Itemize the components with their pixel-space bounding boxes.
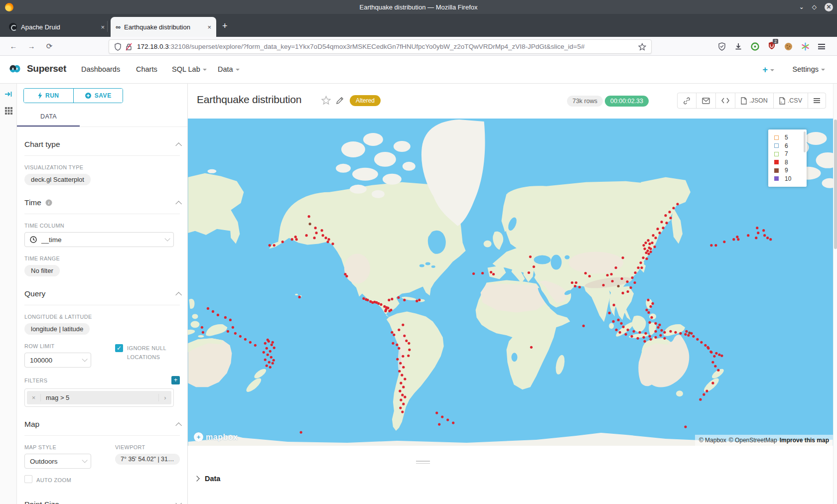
earthquake-point[interactable] xyxy=(660,329,663,332)
viz-type-value[interactable]: deck.gl Scatterplot xyxy=(24,174,91,185)
earthquake-point[interactable] xyxy=(408,349,411,351)
earthquake-point[interactable] xyxy=(402,386,405,388)
earthquake-point[interactable] xyxy=(529,255,532,258)
earthquake-point[interactable] xyxy=(305,234,308,237)
earthquake-point[interactable] xyxy=(273,359,275,362)
earthquake-point[interactable] xyxy=(404,396,406,398)
attrib-mapbox[interactable]: © Mapbox xyxy=(699,437,726,444)
earthquake-point[interactable] xyxy=(314,227,316,229)
earthquake-point[interactable] xyxy=(313,237,316,239)
save-button[interactable]: SAVE xyxy=(74,89,123,103)
legend-row[interactable]: 8 xyxy=(774,158,804,167)
earthquake-point[interactable] xyxy=(584,272,587,274)
earthquake-point[interactable] xyxy=(492,273,495,275)
earthquake-point[interactable] xyxy=(714,365,716,368)
earthquake-point[interactable] xyxy=(762,229,765,232)
expand-filter-icon[interactable]: › xyxy=(158,394,171,401)
pane-drag-handle[interactable] xyxy=(416,461,430,465)
earthquake-point[interactable] xyxy=(435,412,438,414)
earthquake-point[interactable] xyxy=(647,299,649,301)
earthquake-point[interactable] xyxy=(631,276,634,279)
earthquake-point[interactable] xyxy=(295,238,298,241)
earthquake-point[interactable] xyxy=(649,338,652,341)
bookmark-star-icon[interactable] xyxy=(638,43,646,51)
earthquake-point[interactable] xyxy=(201,326,203,329)
earthquake-point[interactable] xyxy=(441,415,443,418)
earthquake-point[interactable] xyxy=(656,228,659,230)
earthquake-point[interactable] xyxy=(227,330,229,333)
earthquake-point[interactable] xyxy=(602,284,605,286)
data-collapse-header[interactable]: Data xyxy=(195,475,220,483)
earthquake-point[interactable] xyxy=(398,370,401,373)
earthquake-point[interactable] xyxy=(418,299,420,301)
earthquake-point[interactable] xyxy=(391,298,393,300)
earthquake-point[interactable] xyxy=(648,243,651,245)
earthquake-point[interactable] xyxy=(647,239,649,242)
legend-scrollbar[interactable] xyxy=(804,131,806,152)
more-options-icon[interactable] xyxy=(808,93,826,108)
earthquake-point[interactable] xyxy=(723,241,725,243)
copy-link-button[interactable] xyxy=(678,93,697,108)
earthquake-point[interactable] xyxy=(606,274,609,276)
earthquake-point[interactable] xyxy=(679,332,682,335)
earthquake-point[interactable] xyxy=(651,242,653,244)
legend-row[interactable]: 6 xyxy=(774,142,804,150)
remove-filter-icon[interactable]: × xyxy=(27,394,41,401)
earthquake-point[interactable] xyxy=(669,330,672,333)
earthquake-point[interactable] xyxy=(634,271,637,274)
run-button[interactable]: RUN xyxy=(24,89,74,103)
legend-row[interactable]: 9 xyxy=(774,166,804,175)
earthquake-point[interactable] xyxy=(404,378,406,380)
earthquake-point[interactable] xyxy=(298,296,301,298)
earthquake-point[interactable] xyxy=(398,347,400,350)
expand-panel-icon[interactable] xyxy=(0,91,17,100)
earthquake-point[interactable] xyxy=(687,334,690,337)
earthquake-point[interactable] xyxy=(366,299,369,301)
earthquake-point[interactable] xyxy=(207,307,209,310)
earthquake-point[interactable] xyxy=(653,246,656,248)
earthquake-point[interactable] xyxy=(530,346,533,349)
time-range-value[interactable]: No filter xyxy=(24,265,60,276)
earthquake-point[interactable] xyxy=(490,271,492,273)
earthquake-point[interactable] xyxy=(320,229,323,232)
new-chart-button[interactable]: + xyxy=(762,65,774,75)
earthquake-point[interactable] xyxy=(732,238,735,241)
earthquake-point[interactable] xyxy=(637,266,640,269)
earthquake-point[interactable] xyxy=(621,277,623,280)
map-legend[interactable]: 5678910 xyxy=(768,129,807,187)
earthquake-point[interactable] xyxy=(263,351,265,354)
tab-data[interactable]: DATA xyxy=(40,113,57,120)
earthquake-point[interactable] xyxy=(300,431,302,433)
earthquake-point[interactable] xyxy=(388,310,391,312)
earthquake-point[interactable] xyxy=(769,238,772,241)
earthquake-point[interactable] xyxy=(640,261,642,264)
earthquake-point[interactable] xyxy=(232,326,234,329)
map-style-select[interactable]: Outdoors xyxy=(24,454,91,469)
mapbox-logo[interactable]: mapbox xyxy=(194,432,238,442)
earthquake-point[interactable] xyxy=(224,316,227,319)
earthquake-point[interactable] xyxy=(622,292,624,294)
earthquake-point[interactable] xyxy=(396,344,398,346)
earthquake-point[interactable] xyxy=(688,332,691,334)
url-input[interactable]: 172.18.0.3:32108/superset/explore/?form_… xyxy=(109,39,652,54)
menu-icon[interactable] xyxy=(818,43,825,51)
earthquake-point[interactable] xyxy=(270,356,273,359)
earthquake-point[interactable] xyxy=(399,362,402,365)
earthquake-point[interactable] xyxy=(452,421,454,424)
earthquake-point[interactable] xyxy=(267,354,269,356)
earthquake-point[interactable] xyxy=(747,234,749,237)
earthquake-point[interactable] xyxy=(571,281,573,284)
earthquake-point[interactable] xyxy=(711,361,714,364)
earthquake-point[interactable] xyxy=(267,339,269,341)
earthquake-point[interactable] xyxy=(710,244,712,247)
earthquake-point[interactable] xyxy=(645,309,648,311)
earthquake-point[interactable] xyxy=(281,241,284,243)
cookie-icon[interactable] xyxy=(784,42,793,51)
earthquake-point[interactable] xyxy=(588,275,591,277)
earthquake-point[interactable] xyxy=(659,334,662,337)
earthquake-point[interactable] xyxy=(630,286,632,289)
viewport-value[interactable]: 7° 35' 54.02" | 31… xyxy=(115,454,180,465)
attrib-improve-link[interactable]: Improve this map xyxy=(780,437,829,444)
earthquake-point[interactable] xyxy=(294,236,297,238)
pocket-shield-icon[interactable] xyxy=(718,42,726,51)
